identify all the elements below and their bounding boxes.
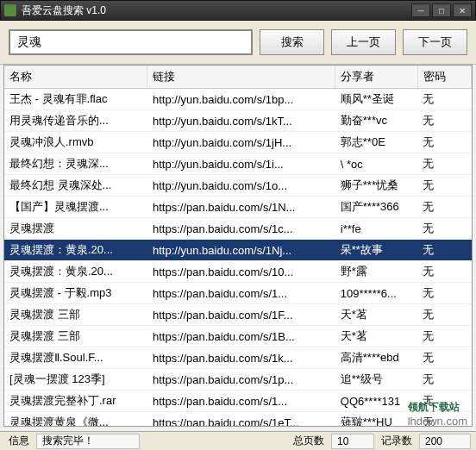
cell-sharer: 顺风**圣诞	[335, 89, 417, 110]
cell-sharer: 天*茗	[335, 326, 417, 347]
table-header-row: 名称 链接 分享者 密码	[4, 66, 472, 89]
table-row[interactable]: 灵魂摆渡 三部https://pan.baidu.com/s/1F...天*茗无	[4, 304, 472, 326]
results-table-wrap[interactable]: 名称 链接 分享者 密码 王杰 - 灵魂有罪.flachttp://yun.ba…	[3, 65, 473, 427]
status-totalpages-label: 总页数	[290, 434, 328, 448]
cell-link: http://yun.baidu.com/s/1jH...	[147, 132, 335, 153]
cell-name: 用灵魂传递音乐的...	[4, 110, 147, 132]
close-button[interactable]: ✕	[453, 3, 472, 17]
cell-link: http://yun.baidu.com/s/1kT...	[147, 110, 335, 132]
table-row[interactable]: 灵魂摆渡 三部https://pan.baidu.com/s/1B...天*茗无	[4, 326, 472, 347]
cell-sharer: 追**级号	[335, 369, 417, 391]
table-row[interactable]: 灵魂摆渡Ⅱ.Soul.F...https://pan.baidu.com/s/1…	[4, 347, 472, 369]
watermark: 领航下载站 lhdown.com	[408, 400, 467, 428]
cell-name: [灵魂一摆渡 123季]	[4, 369, 147, 391]
table-row[interactable]: [灵魂一摆渡 123季]https://pan.baidu.com/s/1p..…	[4, 369, 472, 391]
cell-pwd: 无	[417, 153, 471, 175]
table-row[interactable]: 灵魂摆渡https://pan.baidu.com/s/1c...i**fe无	[4, 218, 472, 240]
cell-name: 最终幻想：灵魂深...	[4, 153, 147, 175]
cell-link: http://yun.baidu.com/s/1o...	[147, 175, 335, 197]
cell-pwd: 无	[417, 110, 471, 132]
search-input[interactable]	[9, 29, 253, 55]
col-name[interactable]: 名称	[4, 66, 147, 89]
cell-pwd: 无	[417, 261, 471, 283]
cell-pwd: 无	[417, 218, 471, 240]
cell-link: https://pan.baidu.com/s/1...	[147, 391, 335, 412]
cell-name: 灵魂摆渡 三部	[4, 326, 147, 347]
cell-name: 灵魂摆渡 - 于毅.mp3	[4, 283, 147, 304]
cell-name: 灵魂冲浪人.rmvb	[4, 132, 147, 153]
cell-sharer: 野*露	[335, 261, 417, 283]
cell-pwd: 无	[417, 89, 471, 110]
toolbar: 搜索 上一页 下一页	[0, 21, 476, 65]
status-info-value: 搜索完毕！	[36, 434, 140, 449]
table-row[interactable]: 王杰 - 灵魂有罪.flachttp://yun.baidu.com/s/1bp…	[4, 89, 472, 110]
cell-link: http://yun.baidu.com/s/1bp...	[147, 89, 335, 110]
col-pwd[interactable]: 密码	[417, 66, 471, 89]
prev-page-button[interactable]: 上一页	[331, 29, 396, 55]
table-row[interactable]: 灵魂摆渡完整补丁.rarhttps://pan.baidu.com/s/1...…	[4, 391, 472, 412]
cell-name: 灵魂摆渡完整补丁.rar	[4, 391, 147, 412]
watermark-url: lhdown.com	[408, 415, 467, 428]
cell-link: http://yun.baidu.com/s/1i...	[147, 153, 335, 175]
table-row[interactable]: 最终幻想 灵魂深处...http://yun.baidu.com/s/1o...…	[4, 175, 472, 197]
cell-link: https://pan.baidu.com/s/1B...	[147, 326, 335, 347]
table-row[interactable]: 灵魂摆渡：黄泉.20...https://pan.baidu.com/s/10.…	[4, 261, 472, 283]
cell-sharer: 高清****ebd	[335, 347, 417, 369]
cell-name: 灵魂摆渡黄泉《微...	[4, 412, 147, 428]
title-bar: 吾爱云盘搜索 v1.0 ─ □ ✕	[0, 0, 476, 21]
status-records-label: 记录数	[378, 434, 416, 448]
cell-sharer: \ *oc	[335, 153, 417, 175]
cell-name: 灵魂摆渡	[4, 218, 147, 240]
cell-link: https://pan.baidu.com/s/1k...	[147, 347, 335, 369]
cell-pwd: 无	[417, 369, 471, 391]
cell-sharer: 郭志**0E	[335, 132, 417, 153]
status-bar: 信息 搜索完毕！ 总页数 10 记录数 200	[0, 431, 476, 450]
cell-pwd: 无	[417, 347, 471, 369]
table-row[interactable]: 灵魂冲浪人.rmvbhttp://yun.baidu.com/s/1jH...郭…	[4, 132, 472, 153]
table-row[interactable]: 灵魂摆渡 - 于毅.mp3https://pan.baidu.com/s/1..…	[4, 283, 472, 304]
cell-link: https://pan.baidu.com/s/1c...	[147, 218, 335, 240]
results-table: 名称 链接 分享者 密码 王杰 - 灵魂有罪.flachttp://yun.ba…	[4, 66, 472, 427]
col-link[interactable]: 链接	[147, 66, 335, 89]
cell-pwd: 无	[417, 175, 471, 197]
cell-sharer: 国产****366	[335, 197, 417, 218]
status-info-label: 信息	[5, 434, 33, 448]
cell-link: https://pan.baidu.com/s/1p...	[147, 369, 335, 391]
cell-pwd: 无	[417, 132, 471, 153]
cell-sharer: 天*茗	[335, 304, 417, 326]
cell-link: https://pan.baidu.com/s/10...	[147, 261, 335, 283]
cell-name: 灵魂摆渡 三部	[4, 304, 147, 326]
next-page-button[interactable]: 下一页	[403, 29, 467, 55]
app-icon	[4, 4, 16, 16]
cell-sharer: 呆**故事	[335, 240, 417, 261]
status-records-value: 200	[419, 434, 471, 449]
cell-pwd: 无	[417, 197, 471, 218]
table-row[interactable]: 【国产】灵魂摆渡...https://pan.baidu.com/s/1N...…	[4, 197, 472, 218]
search-button[interactable]: 搜索	[260, 29, 324, 55]
cell-sharer: QQ6****131	[335, 391, 417, 412]
cell-sharer: 狮子***忧桑	[335, 175, 417, 197]
table-row[interactable]: 最终幻想：灵魂深...http://yun.baidu.com/s/1i...\…	[4, 153, 472, 175]
watermark-brand: 领航下载站	[408, 400, 467, 415]
cell-pwd: 无	[417, 283, 471, 304]
cell-pwd: 无	[417, 304, 471, 326]
cell-sharer: 薙皲***HU	[335, 412, 417, 428]
cell-name: 王杰 - 灵魂有罪.flac	[4, 89, 147, 110]
table-row[interactable]: 灵魂摆渡：黄泉.20...http://yun.baidu.com/s/1Nj.…	[4, 240, 472, 261]
cell-sharer: 勤奋***vc	[335, 110, 417, 132]
cell-name: 灵魂摆渡Ⅱ.Soul.F...	[4, 347, 147, 369]
maximize-button[interactable]: □	[432, 3, 451, 17]
cell-pwd: 无	[417, 240, 471, 261]
cell-sharer: 109*****6...	[335, 283, 417, 304]
cell-name: 灵魂摆渡：黄泉.20...	[4, 240, 147, 261]
col-sharer[interactable]: 分享者	[335, 66, 417, 89]
cell-sharer: i**fe	[335, 218, 417, 240]
cell-link: https://pan.baidu.com/s/1...	[147, 283, 335, 304]
table-row[interactable]: 灵魂摆渡黄泉《微...https://pan.baidu.com/s/1eT..…	[4, 412, 472, 428]
minimize-button[interactable]: ─	[411, 3, 430, 17]
cell-link: https://pan.baidu.com/s/1eT...	[147, 412, 335, 428]
cell-name: 最终幻想 灵魂深处...	[4, 175, 147, 197]
window-title: 吾爱云盘搜索 v1.0	[22, 3, 410, 18]
cell-pwd: 无	[417, 326, 471, 347]
table-row[interactable]: 用灵魂传递音乐的...http://yun.baidu.com/s/1kT...…	[4, 110, 472, 132]
